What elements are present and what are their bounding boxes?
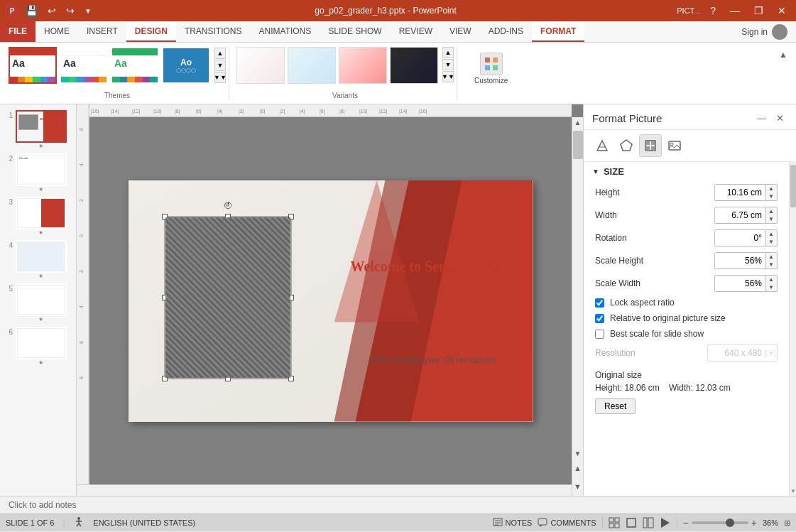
scale-width-decrement[interactable]: ▼ <box>765 283 777 291</box>
tab-slideshow[interactable]: SLIDE SHOW <box>320 21 390 42</box>
fit-slide-button[interactable]: ⊞ <box>784 519 790 528</box>
slide-thumb-3[interactable]: 3 ★ <box>3 197 73 236</box>
theme-item-4[interactable]: Ao ⬡⬡⬡⬡ <box>162 47 210 84</box>
accessibility-icon[interactable] <box>73 516 84 530</box>
rotation-input[interactable] <box>715 230 765 246</box>
panel-tab-picture[interactable] <box>663 134 686 157</box>
rotation-decrement[interactable]: ▼ <box>765 238 777 246</box>
customize-button[interactable]: Customize <box>469 50 513 87</box>
sign-in-area[interactable]: Sign in <box>733 24 796 40</box>
canvas-hscrollbar[interactable] <box>77 484 572 496</box>
zoom-slider[interactable] <box>692 521 748 524</box>
resolution-row: Resolution ▼ <box>584 342 789 364</box>
scroll-prev-button[interactable]: ▲ <box>574 464 582 472</box>
close-button[interactable]: ✕ <box>773 4 790 18</box>
save-icon[interactable]: 💾 <box>23 4 40 18</box>
slide-img-4[interactable] <box>16 240 67 273</box>
svg-rect-37 <box>669 141 680 150</box>
format-panel-minimize[interactable]: — <box>753 112 770 125</box>
restore-button[interactable]: ❐ <box>750 4 768 18</box>
scale-height-decrement[interactable]: ▼ <box>765 261 777 268</box>
slide-thumb-1[interactable]: 1 Welcome ★ <box>3 110 73 149</box>
panel-scroll-thumb[interactable] <box>790 165 796 207</box>
normal-view-button[interactable] <box>626 517 637 528</box>
vscroll-thumb[interactable] <box>573 131 583 159</box>
theme-item-1[interactable]: Aa <box>9 47 57 84</box>
relative-original-checkbox[interactable] <box>595 314 604 323</box>
format-panel-close-button[interactable]: ✕ <box>773 112 787 125</box>
tab-file[interactable]: FILE <box>0 21 36 42</box>
tab-home[interactable]: HOME <box>36 21 78 42</box>
tab-transitions[interactable]: TRANSITIONS <box>176 21 251 42</box>
size-section-header[interactable]: ▼ SIZE <box>584 162 789 181</box>
redo-icon[interactable]: ↪ <box>63 4 77 18</box>
rotation-increment[interactable]: ▲ <box>765 230 777 238</box>
vscroll-up-arrow[interactable]: ▲ <box>573 117 583 128</box>
slide-thumb-5[interactable]: 5 ★ <box>3 283 73 322</box>
notes-button[interactable]: NOTES <box>493 518 533 528</box>
comments-button[interactable]: COMMENTS <box>538 518 596 528</box>
slide-thumb-2[interactable]: 2 Title slide ★ <box>3 153 73 192</box>
scale-height-increment[interactable]: ▲ <box>765 253 777 261</box>
themes-scroll-more[interactable]: ▼▼ <box>214 72 226 83</box>
variant-item-2[interactable] <box>288 47 336 84</box>
slide-thumb-6[interactable]: 6 ★ <box>3 327 73 366</box>
vscroll-down-arrow[interactable]: ▼ <box>573 448 583 459</box>
slide-img-5[interactable] <box>16 283 67 316</box>
height-input[interactable] <box>715 185 765 200</box>
help-button[interactable]: ? <box>706 4 720 18</box>
slide-img-2[interactable]: Title slide <box>16 153 67 186</box>
panel-tab-size[interactable] <box>639 134 662 157</box>
height-increment[interactable]: ▲ <box>765 185 777 192</box>
variants-scroll-down[interactable]: ▼ <box>442 59 454 70</box>
scroll-next-button[interactable]: ▼ <box>574 482 582 491</box>
slideshow-view-button[interactable] <box>660 517 671 528</box>
format-panel-scrollbar[interactable]: ▼ <box>789 162 796 496</box>
variant-item-1[interactable] <box>236 47 285 84</box>
height-decrement[interactable]: ▼ <box>765 192 777 200</box>
lock-aspect-checkbox[interactable] <box>595 298 604 308</box>
slide-img-3[interactable] <box>16 197 67 229</box>
tab-animations[interactable]: ANIMATIONS <box>250 21 320 42</box>
tab-format[interactable]: FORMAT <box>532 21 584 42</box>
panel-tab-fill[interactable] <box>591 134 614 157</box>
slide-img-1[interactable]: Welcome <box>16 110 67 143</box>
panel-tab-effects[interactable] <box>615 134 638 157</box>
zoom-out-button[interactable]: − <box>683 517 689 528</box>
reset-button[interactable]: Reset <box>595 398 636 414</box>
variant-item-4[interactable] <box>390 47 438 84</box>
variants-scroll-more[interactable]: ▼▼ <box>442 71 454 82</box>
ribbon-collapse-button[interactable]: ▲ <box>776 47 790 63</box>
scale-height-input[interactable] <box>715 253 765 268</box>
theme-item-3[interactable]: Aa <box>111 47 159 84</box>
zoom-thumb[interactable] <box>726 519 734 527</box>
notes-bar[interactable]: Click to add notes <box>0 496 796 514</box>
slide-img-6[interactable] <box>16 327 67 359</box>
variants-scroll-up[interactable]: ▲ <box>442 47 454 58</box>
slide-thumb-4[interactable]: 4 ★ <box>3 240 73 279</box>
svg-text:6: 6 <box>79 128 84 131</box>
scale-width-input[interactable] <box>715 276 765 291</box>
themes-scroll-up[interactable]: ▲ <box>214 48 226 59</box>
tab-insert[interactable]: INSERT <box>78 21 126 42</box>
width-input[interactable] <box>715 207 765 223</box>
zoom-in-button[interactable]: + <box>751 517 757 528</box>
themes-scroll-down[interactable]: ▼ <box>214 60 226 71</box>
panel-scroll-down-arrow[interactable]: ▼ <box>790 487 796 494</box>
customize-qat-icon[interactable]: ▼ <box>82 6 94 16</box>
tab-review[interactable]: REVIEW <box>391 21 441 42</box>
width-decrement[interactable]: ▼ <box>765 215 777 223</box>
canvas-vscrollbar[interactable]: ▲ ▼ <box>572 117 583 459</box>
undo-icon[interactable]: ↩ <box>45 4 59 18</box>
best-scale-checkbox[interactable] <box>595 330 604 339</box>
grid-view-button[interactable] <box>609 517 620 528</box>
minimize-button[interactable]: — <box>726 4 744 18</box>
scale-width-increment[interactable]: ▲ <box>765 276 777 283</box>
width-increment[interactable]: ▲ <box>765 207 777 215</box>
tab-design[interactable]: DESIGN <box>126 21 176 42</box>
tab-view[interactable]: VIEW <box>441 21 480 42</box>
variant-item-3[interactable] <box>339 47 387 84</box>
theme-item-2[interactable]: Aa <box>60 47 108 84</box>
reading-view-button[interactable] <box>643 517 654 528</box>
tab-addins[interactable]: ADD-INS <box>480 21 532 42</box>
